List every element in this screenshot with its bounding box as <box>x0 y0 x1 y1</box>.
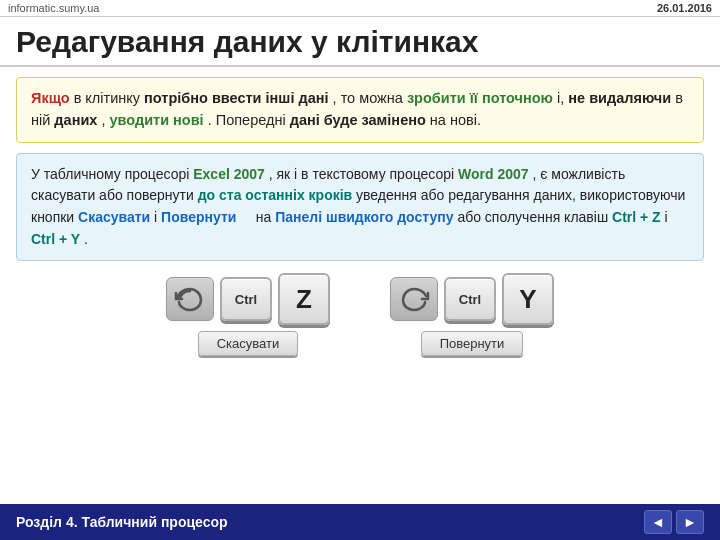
box1-word7: дані буде замінено <box>290 112 426 128</box>
site-domain: informatic.sumy.ua <box>8 2 100 14</box>
box2-panel: Панелі швидкого доступу <box>275 209 453 225</box>
nav-prev-button[interactable]: ◄ <box>644 510 672 534</box>
box1-word3: зробити її поточною <box>407 90 553 106</box>
undo-icon[interactable] <box>166 277 214 321</box>
z-key[interactable]: Z <box>278 273 330 325</box>
page-title: Редагування даних у клітинках <box>0 17 720 67</box>
bottom-title: Розділ 4. Табличний процесор <box>16 514 228 530</box>
box1-word2: потрібно ввести інші дані <box>144 90 328 106</box>
box1-word6: уводити нові <box>109 112 203 128</box>
box2-t8: і <box>665 209 668 225</box>
undo-svg <box>174 285 206 313</box>
box2-word: Word 2007 <box>458 166 529 182</box>
nav-next-button[interactable]: ► <box>676 510 704 534</box>
redo-icon[interactable] <box>390 277 438 321</box>
redo-button[interactable]: Повернути <box>421 331 524 356</box>
box2-t7: або сполучення клавіш <box>457 209 612 225</box>
ctrl-key-right[interactable]: Ctrl <box>444 277 496 321</box>
box2-excel: Excel 2007 <box>193 166 265 182</box>
undo-group: Ctrl Z Скасувати <box>166 273 330 356</box>
box1-t2: , то можна <box>333 90 407 106</box>
box2-btn2: Повернути <box>161 209 236 225</box>
box1-t1: в клітинку <box>74 90 144 106</box>
nav-arrows: ◄ ► <box>644 510 704 534</box>
box2-t9: . <box>84 231 88 247</box>
box1-t6: . Попередні <box>208 112 290 128</box>
box-blue: У табличному процесорі Excel 2007 , як і… <box>16 153 704 262</box>
box2-t1: У табличному процесорі <box>31 166 193 182</box>
undo-key-row: Ctrl Z <box>166 273 330 325</box>
box2-ctrl-z: Ctrl + Z <box>612 209 661 225</box>
box2-btn1: Скасувати <box>78 209 150 225</box>
redo-svg <box>398 285 430 313</box>
cancel-button[interactable]: Скасувати <box>198 331 299 356</box>
bottom-bar: Розділ 4. Табличний процесор ◄ ► <box>0 504 720 540</box>
keyboard-section: Ctrl Z Скасувати <box>16 273 704 356</box>
redo-group: Ctrl Y Повернути <box>390 273 554 356</box>
ctrl-key-left[interactable]: Ctrl <box>220 277 272 321</box>
top-bar: informatic.sumy.ua 26.01.2016 <box>0 0 720 17</box>
y-key[interactable]: Y <box>502 273 554 325</box>
date: 26.01.2016 <box>657 2 712 14</box>
box2-t2: , як і в текстовому процесорі <box>269 166 458 182</box>
redo-key-row: Ctrl Y <box>390 273 554 325</box>
box1-word4: не видаляючи <box>568 90 671 106</box>
box2-ctrl-y: Ctrl + Y <box>31 231 80 247</box>
box-yellow: Якщо в клітинку потрібно ввести інші дан… <box>16 77 704 143</box>
content-area: Якщо в клітинку потрібно ввести інші дан… <box>0 77 720 356</box>
box2-t6: на <box>240 209 275 225</box>
box1-t3: і, <box>557 90 568 106</box>
box2-steps: до ста останніх кроків <box>198 187 353 203</box>
box1-t7: на нові. <box>430 112 481 128</box>
box1-word5: даних <box>54 112 97 128</box>
box1-word1: Якщо <box>31 90 70 106</box>
